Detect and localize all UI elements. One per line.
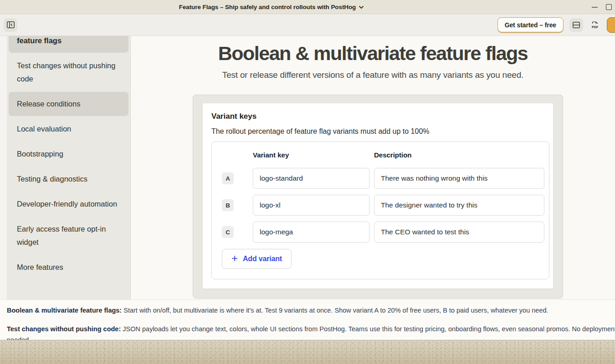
add-variant-button[interactable]: + Add variant bbox=[222, 249, 292, 269]
window-titlebar: Feature Flags – Ship safely and control … bbox=[0, 0, 615, 14]
note-lead: Test changes without pushing code: bbox=[7, 325, 121, 333]
reader-view-button[interactable] bbox=[569, 18, 583, 32]
svg-text:PDF: PDF bbox=[592, 25, 599, 28]
window-title: Feature Flags – Ship safely and control … bbox=[179, 4, 356, 10]
get-started-button[interactable]: Get started – free bbox=[497, 17, 564, 32]
variants-panel: Variant key Description A B C bbox=[211, 142, 549, 279]
variant-keys-inner-card: Variant keys The rollout percentage of f… bbox=[202, 103, 554, 289]
variant-key-input-b[interactable] bbox=[253, 195, 369, 216]
split-view-icon bbox=[573, 22, 580, 28]
sidebar-item-local-evaluation[interactable]: Local evaluation bbox=[9, 117, 128, 141]
maximize-button[interactable] bbox=[606, 4, 612, 10]
page-title: Boolean & multivariate feature flags bbox=[131, 42, 615, 65]
sidebar-item-early-access[interactable]: Early access feature opt-in widget bbox=[9, 217, 128, 254]
title-dropdown[interactable]: Feature Flags – Ship safely and control … bbox=[0, 0, 543, 14]
column-header-variant-key: Variant key bbox=[253, 151, 369, 159]
column-header-description: Description bbox=[374, 151, 544, 159]
variant-badge-a: A bbox=[222, 172, 234, 184]
sidebar-panel-icon bbox=[7, 21, 15, 28]
account-button-partial[interactable] bbox=[607, 17, 615, 33]
variant-description-input-b[interactable] bbox=[374, 195, 544, 216]
variant-description-input-a[interactable] bbox=[374, 168, 544, 189]
card-title: Variant keys bbox=[211, 112, 549, 121]
sidebar-item-testing-diagnostics[interactable]: Testing & diagnostics bbox=[9, 167, 128, 191]
sidebar-item-test-changes[interactable]: Test changes without pushing code bbox=[9, 54, 128, 91]
page-content: feature flags Test changes without pushi… bbox=[0, 36, 615, 299]
sidebar-item-release-conditions[interactable]: Release conditions bbox=[9, 92, 128, 116]
add-variant-label: Add variant bbox=[243, 255, 282, 263]
variant-badge-b: B bbox=[222, 199, 234, 211]
variant-row-c: C bbox=[222, 222, 544, 243]
variant-key-input-a[interactable] bbox=[253, 168, 369, 189]
variant-row-a: A bbox=[222, 168, 544, 189]
browser-toolbar: Get started – free PDF bbox=[0, 14, 615, 36]
plus-icon: + bbox=[231, 253, 238, 263]
card-description: The rollout percentage of feature flag v… bbox=[211, 127, 549, 136]
note-text: Start with on/off, but multivariate is w… bbox=[122, 307, 548, 314]
chevron-down-icon bbox=[359, 5, 364, 9]
variant-badge-c: C bbox=[222, 226, 234, 238]
sidebar-item-developer-automation[interactable]: Developer-friendly automation bbox=[9, 192, 128, 216]
pdf-icon: PDF bbox=[590, 21, 600, 29]
variant-description-input-c[interactable] bbox=[374, 222, 544, 243]
sidebar-toggle-button[interactable] bbox=[4, 18, 17, 32]
page-subtitle: Test or release different versions of a … bbox=[131, 69, 615, 81]
variant-keys-card: Variant keys The rollout percentage of f… bbox=[193, 95, 563, 298]
left-gutter bbox=[0, 36, 7, 299]
sand-texture-strip bbox=[0, 340, 615, 364]
variant-row-b: B bbox=[222, 195, 544, 216]
save-pdf-button[interactable]: PDF bbox=[589, 21, 601, 29]
note-lead: Boolean & multivariate feature flags: bbox=[7, 307, 122, 314]
minimize-button[interactable] bbox=[592, 7, 598, 8]
sidebar-item-more-features[interactable]: More features bbox=[9, 255, 128, 279]
sidebar-item-bootstrapping[interactable]: Bootstrapping bbox=[9, 142, 128, 166]
sidebar-item-feature-flags[interactable]: feature flags bbox=[9, 36, 128, 53]
note-boolean-multivariate: Boolean & multivariate feature flags: St… bbox=[7, 306, 615, 315]
variant-key-input-c[interactable] bbox=[253, 222, 369, 243]
variants-header-row: Variant key Description bbox=[222, 151, 544, 159]
main-content: Boolean & multivariate feature flags Tes… bbox=[131, 36, 615, 299]
docs-sidebar: feature flags Test changes without pushi… bbox=[7, 36, 131, 299]
